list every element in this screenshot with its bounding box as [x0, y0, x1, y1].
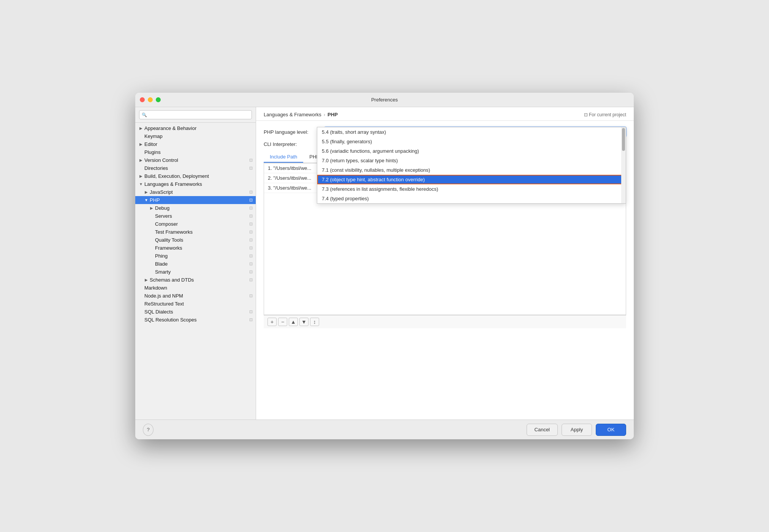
- copy-icon: ⊡: [249, 214, 253, 218]
- copy-icon: ⊡: [249, 277, 253, 282]
- sidebar-item-php[interactable]: ▼ PHP ⊡: [135, 196, 256, 204]
- breadcrumb-parent: Languages & Frameworks: [264, 112, 321, 117]
- dropdown-option-5.6[interactable]: 5.6 (variadic functions, argument unpack…: [317, 146, 626, 156]
- sidebar-item-appearance-behavior[interactable]: ▶ Appearance & Behavior: [135, 124, 256, 132]
- expand-icon: ▶: [138, 142, 144, 146]
- sidebar-item-keymap[interactable]: Keymap: [135, 132, 256, 140]
- copy-icon: ⊡: [249, 309, 253, 314]
- list-toolbar: + − ▲ ▼ ↕: [264, 315, 626, 328]
- dropdown-option-7.4[interactable]: 7.4 (typed properties): [317, 194, 626, 203]
- sidebar-item-smarty[interactable]: Smarty ⊡: [135, 268, 256, 276]
- dropdown-option-7.1[interactable]: 7.1 (const visibility, nullables, multip…: [317, 165, 626, 175]
- minimize-button[interactable]: [148, 97, 153, 102]
- main-container: 🔍 ▶ Appearance & Behavior Keymap ▶: [135, 107, 634, 420]
- dropdown-option-7.2[interactable]: 7.2 (object type hint, abstract function…: [317, 175, 626, 184]
- breadcrumb: Languages & Frameworks › PHP: [264, 112, 338, 117]
- expand-icon: ▶: [138, 174, 144, 178]
- ok-button[interactable]: OK: [596, 424, 626, 436]
- sidebar: 🔍 ▶ Appearance & Behavior Keymap ▶: [135, 107, 256, 420]
- search-icon: 🔍: [142, 112, 147, 117]
- sidebar-item-frameworks[interactable]: Frameworks ⊡: [135, 244, 256, 252]
- window-title: Preferences: [371, 97, 398, 103]
- content-header: Languages & Frameworks › PHP ⊡ For curre…: [256, 107, 634, 121]
- expand-icon: ▶: [144, 190, 149, 194]
- sort-button[interactable]: ↕: [310, 318, 319, 326]
- expand-icon: ▶: [144, 278, 149, 282]
- copy-icon: ⊡: [249, 190, 253, 195]
- expand-icon: ▶: [149, 206, 154, 210]
- sidebar-item-quality-tools[interactable]: Quality Tools ⊡: [135, 236, 256, 244]
- sidebar-item-build-exec-deploy[interactable]: ▶ Build, Execution, Deployment: [135, 172, 256, 180]
- sidebar-item-schemas-dtds[interactable]: ▶ Schemas and DTDs ⊡: [135, 276, 256, 284]
- sidebar-item-markdown[interactable]: Markdown: [135, 284, 256, 292]
- sidebar-item-test-frameworks[interactable]: Test Frameworks ⊡: [135, 228, 256, 236]
- sidebar-item-sql-dialects[interactable]: SQL Dialects ⊡: [135, 308, 256, 316]
- dropdown-scrollbar-thumb: [622, 128, 625, 151]
- copy-icon: ⊡: [249, 230, 253, 234]
- breadcrumb-current: PHP: [328, 112, 338, 117]
- breadcrumb-row: Languages & Frameworks › PHP ⊡ For curre…: [264, 112, 626, 117]
- copy-icon: ⊡: [249, 238, 253, 242]
- dropdown-option-7.3[interactable]: 7.3 (references in list assignments, fle…: [317, 184, 626, 194]
- sidebar-item-nodejs-npm[interactable]: Node.js and NPM ⊡: [135, 292, 256, 300]
- search-wrapper: 🔍: [139, 110, 252, 119]
- sidebar-item-directories[interactable]: Directories ⊡: [135, 164, 256, 172]
- copy-icon: ⊡: [249, 158, 253, 163]
- cancel-button[interactable]: Cancel: [527, 424, 558, 436]
- content-body: PHP language level: 5.6 (variadic functi…: [256, 121, 634, 420]
- breadcrumb-separator: ›: [324, 112, 325, 117]
- sidebar-item-languages-frameworks[interactable]: ▼ Languages & Frameworks: [135, 180, 256, 188]
- close-button[interactable]: [140, 97, 145, 102]
- dropdown-option-5.5[interactable]: 5.5 (finally, generators): [317, 137, 626, 146]
- sidebar-item-editor[interactable]: ▶ Editor: [135, 140, 256, 148]
- copy-icon: ⊡: [249, 293, 253, 298]
- add-path-button[interactable]: +: [267, 318, 277, 326]
- dropdown-option-5.4[interactable]: 5.4 (traits, short array syntax): [317, 127, 626, 137]
- copy-icon: ⊡: [249, 245, 253, 250]
- sidebar-item-servers[interactable]: Servers ⊡: [135, 212, 256, 220]
- for-project-label: ⊡ For current project: [584, 112, 626, 117]
- cli-interpreter-label: CLI Interpreter:: [264, 141, 324, 147]
- content-panel: Languages & Frameworks › PHP ⊡ For curre…: [256, 107, 634, 420]
- php-language-level-label: PHP language level:: [264, 129, 324, 135]
- sidebar-item-phing[interactable]: Phing ⊡: [135, 252, 256, 260]
- expand-icon: ▼: [144, 198, 149, 202]
- expand-icon: ▶: [138, 158, 144, 162]
- move-up-button[interactable]: ▲: [289, 318, 298, 326]
- copy-icon: ⊡: [249, 269, 253, 274]
- copy-icon: ⊡: [249, 166, 253, 171]
- sidebar-item-debug[interactable]: ▶ Debug ⊡: [135, 204, 256, 212]
- dropdown-scrollbar[interactable]: [621, 127, 626, 203]
- sidebar-item-blade[interactable]: Blade ⊡: [135, 260, 256, 268]
- sidebar-item-version-control[interactable]: ▶ Version Control ⊡: [135, 156, 256, 164]
- copy-icon: ⊡: [249, 198, 253, 203]
- expand-icon: ▼: [138, 182, 144, 186]
- expand-icon: ▶: [138, 126, 144, 130]
- sidebar-item-restructured-text[interactable]: ReStructured Text: [135, 300, 256, 308]
- remove-path-button[interactable]: −: [278, 318, 287, 326]
- preferences-window: Preferences 🔍 ▶ Appearance & Behavior: [135, 93, 634, 439]
- sidebar-item-javascript[interactable]: ▶ JavaScript ⊡: [135, 188, 256, 196]
- copy-icon: ⊡: [249, 261, 253, 266]
- copy-icon: ⊡: [249, 222, 253, 226]
- footer: ? Cancel Apply OK: [135, 420, 634, 439]
- search-input[interactable]: [139, 110, 252, 119]
- copy-icon: ⊡: [249, 206, 253, 211]
- move-down-button[interactable]: ▼: [299, 318, 309, 326]
- copy-icon: ⊡: [249, 317, 253, 322]
- dropdown-option-7.0[interactable]: 7.0 (return types, scalar type hints): [317, 156, 626, 165]
- php-level-dropdown: 5.4 (traits, short array syntax) 5.5 (fi…: [317, 127, 626, 204]
- copy-icon: ⊡: [249, 253, 253, 258]
- sidebar-item-composer[interactable]: Composer ⊡: [135, 220, 256, 228]
- sidebar-tree: ▶ Appearance & Behavior Keymap ▶ Editor …: [135, 123, 256, 420]
- apply-button[interactable]: Apply: [562, 424, 592, 436]
- sidebar-item-sql-resolution-scopes[interactable]: SQL Resolution Scopes ⊡: [135, 316, 256, 324]
- help-button[interactable]: ?: [143, 424, 153, 436]
- maximize-button[interactable]: [156, 97, 161, 102]
- sidebar-item-plugins[interactable]: Plugins: [135, 148, 256, 156]
- search-box: 🔍: [135, 107, 256, 123]
- window-controls: [140, 97, 161, 102]
- titlebar: Preferences: [135, 93, 634, 107]
- tab-include-path[interactable]: Include Path: [264, 152, 303, 163]
